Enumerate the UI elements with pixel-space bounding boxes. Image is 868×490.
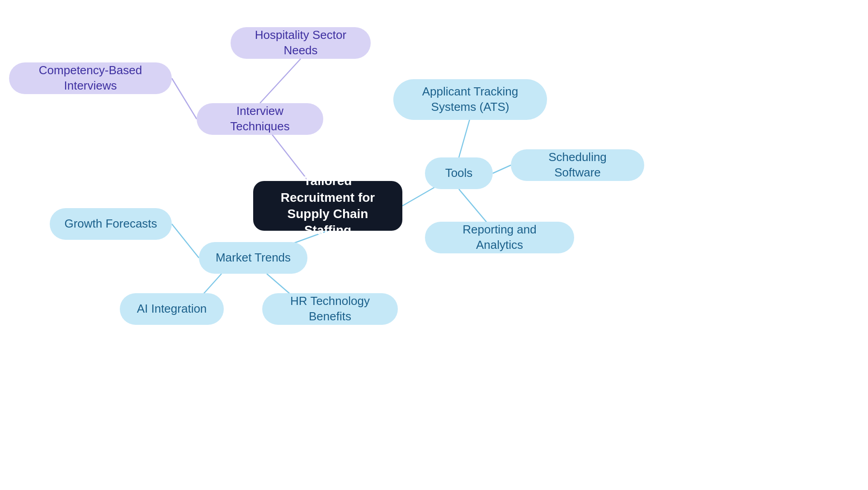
svg-line-8	[172, 224, 199, 258]
growth-label: Growth Forecasts	[64, 216, 157, 232]
scheduling-label: Scheduling Software	[525, 150, 630, 181]
scheduling-software-node: Scheduling Software	[511, 149, 644, 181]
svg-line-5	[493, 165, 511, 173]
ai-integration-node: AI Integration	[120, 293, 224, 325]
ai-integration-label: AI Integration	[137, 301, 207, 317]
competency-label: Competency-Based Interviews	[24, 63, 157, 94]
interview-techniques-label: Interview Techniques	[211, 104, 309, 134]
market-trends-node: Market Trends	[199, 242, 307, 274]
market-trends-label: Market Trends	[216, 250, 291, 266]
hospitality-sector-node: Hospitality Sector Needs	[231, 27, 371, 59]
tools-label: Tools	[445, 166, 473, 181]
hr-tech-node: HR Technology Benefits	[262, 293, 398, 325]
svg-line-4	[459, 118, 470, 157]
center-node: Tailored Recruitment for Supply Chain St…	[253, 181, 402, 231]
ats-label: Applicant Tracking Systems (ATS)	[408, 84, 533, 115]
interview-techniques-node: Interview Techniques	[197, 103, 323, 135]
hospitality-label: Hospitality Sector Needs	[245, 28, 356, 58]
svg-line-2	[172, 78, 197, 119]
svg-line-1	[260, 59, 301, 103]
tools-node: Tools	[425, 157, 493, 189]
reporting-analytics-node: Reporting and Analytics	[425, 222, 574, 253]
ats-node: Applicant Tracking Systems (ATS)	[393, 79, 547, 120]
hr-tech-label: HR Technology Benefits	[277, 294, 383, 324]
growth-forecasts-node: Growth Forecasts	[50, 208, 172, 240]
competency-based-node: Competency-Based Interviews	[9, 62, 172, 94]
reporting-label: Reporting and Analytics	[439, 222, 560, 253]
